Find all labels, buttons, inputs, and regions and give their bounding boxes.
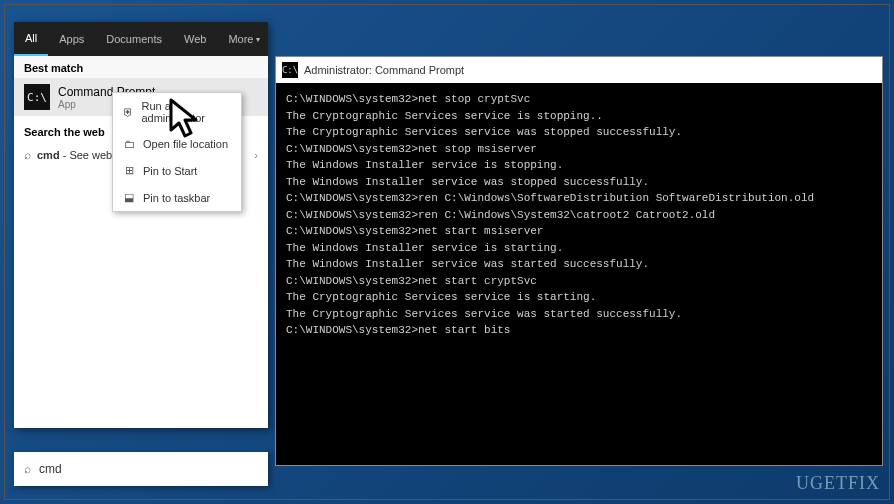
cmd-line: C:\WINDOWS\system32>ren C:\Windows\Softw… (286, 190, 872, 207)
best-match-header: Best match (14, 56, 268, 78)
cmd-line: The Cryptographic Services service is st… (286, 108, 872, 125)
menu-pin-start-label: Pin to Start (143, 165, 197, 177)
command-prompt-icon: C:\ (24, 84, 50, 110)
tab-web[interactable]: Web (173, 22, 217, 56)
watermark: UGETFIX (796, 473, 880, 494)
cmd-line: The Cryptographic Services service was s… (286, 124, 872, 141)
cmd-line: The Windows Installer service is startin… (286, 240, 872, 257)
cmd-titlebar[interactable]: C:\ Administrator: Command Prompt (276, 57, 882, 83)
search-input-text: cmd (39, 462, 62, 476)
menu-pin-to-start[interactable]: ⊞ Pin to Start (113, 157, 241, 184)
tab-apps[interactable]: Apps (48, 22, 95, 56)
menu-open-file-label: Open file location (143, 138, 228, 150)
cmd-line: C:\WINDOWS\system32>net start msiserver (286, 223, 872, 240)
cmd-line: C:\WINDOWS\system32>net stop cryptSvc (286, 91, 872, 108)
chevron-right-icon: › (254, 149, 258, 161)
menu-open-file-location[interactable]: 🗀 Open file location (113, 131, 241, 157)
menu-pin-taskbar-label: Pin to taskbar (143, 192, 210, 204)
cmd-line: The Cryptographic Services service is st… (286, 289, 872, 306)
folder-icon: 🗀 (121, 138, 137, 150)
tab-more[interactable]: More ▾ (217, 22, 271, 56)
chevron-down-icon: ▾ (256, 35, 260, 44)
search-input-icon: ⌕ (24, 462, 31, 476)
cmd-line: C:\WINDOWS\system32>net start cryptSvc (286, 273, 872, 290)
menu-pin-to-taskbar[interactable]: ⬓ Pin to taskbar (113, 184, 241, 211)
cmd-window-icon: C:\ (282, 62, 298, 78)
tab-documents[interactable]: Documents (95, 22, 173, 56)
search-panel: All Apps Documents Web More ▾ Best match… (14, 22, 268, 428)
tab-all[interactable]: All (14, 22, 48, 56)
cmd-line: C:\WINDOWS\system32>net stop msiserver (286, 141, 872, 158)
search-icon: ⌕ (24, 148, 31, 162)
cmd-line: The Cryptographic Services service was s… (286, 306, 872, 323)
cmd-window-title: Administrator: Command Prompt (304, 64, 464, 76)
cmd-line: The Windows Installer service is stoppin… (286, 157, 872, 174)
search-input[interactable]: ⌕ cmd (14, 452, 268, 486)
menu-run-as-admin[interactable]: ⛨ Run as administrator (113, 93, 241, 131)
search-tabs: All Apps Documents Web More ▾ (14, 22, 268, 56)
cmd-line: C:\WINDOWS\system32>net start bits (286, 322, 872, 339)
cmd-line: The Windows Installer service was starte… (286, 256, 872, 273)
web-item-prefix: cmd (37, 149, 60, 161)
cmd-line: C:\WINDOWS\system32>ren C:\Windows\Syste… (286, 207, 872, 224)
command-prompt-window: C:\ Administrator: Command Prompt C:\WIN… (275, 56, 883, 466)
context-menu: ⛨ Run as administrator 🗀 Open file locat… (112, 92, 242, 212)
pin-start-icon: ⊞ (121, 164, 137, 177)
admin-icon: ⛨ (121, 106, 135, 118)
pin-taskbar-icon: ⬓ (121, 191, 137, 204)
cmd-line: The Windows Installer service was stoppe… (286, 174, 872, 191)
cmd-output[interactable]: C:\WINDOWS\system32>net stop cryptSvcThe… (276, 83, 882, 347)
menu-run-as-admin-label: Run as administrator (141, 100, 233, 124)
tab-more-label: More (228, 33, 253, 45)
